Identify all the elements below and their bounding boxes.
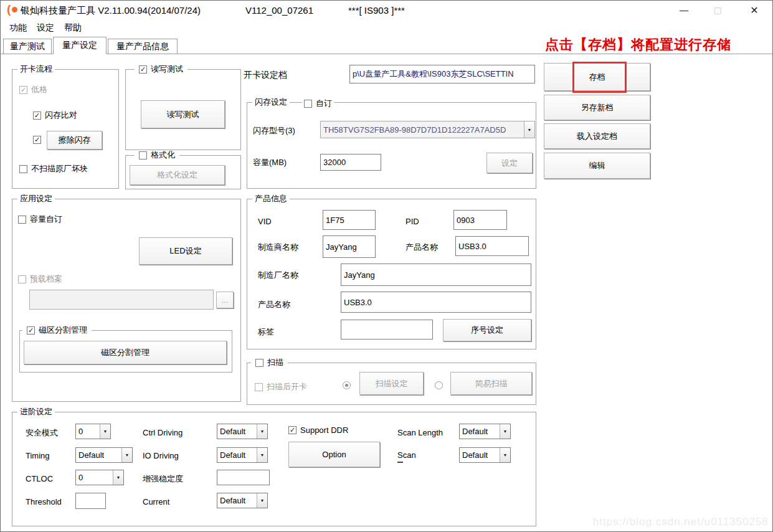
easy-scan-radio[interactable]	[435, 381, 443, 389]
flash-custom-checkbox[interactable]: 自订	[302, 98, 334, 109]
preload-file-checkbox[interactable]: 预载档案	[18, 273, 62, 285]
capacity-custom-checkbox[interactable]: 容量自订	[18, 214, 62, 225]
scan-select[interactable]: Default ▼	[459, 447, 511, 463]
capacity-custom-label: 容量自订	[30, 214, 62, 225]
load-settings-button[interactable]: 载入设定档	[544, 123, 650, 149]
chevron-down-icon[interactable]: ▼	[500, 448, 510, 462]
scan-checkbox[interactable]: 扫描	[254, 358, 285, 368]
format-settings-button[interactable]: 格式化设定	[130, 165, 225, 185]
rw-test-group-title: 读写测试	[151, 64, 183, 74]
safe-mode-label: 安全模式	[26, 428, 58, 438]
checkbox-box	[18, 275, 26, 283]
tab-production-settings[interactable]: 量产设定	[53, 37, 107, 54]
check-icon: ✓	[33, 112, 41, 120]
factory-name-input[interactable]: JayYang	[341, 264, 531, 286]
checkbox-box	[255, 383, 263, 391]
scan-length-select[interactable]: Default ▼	[459, 424, 511, 439]
title-bar: ( 银灿科技量产工具 V2.11.00.94(2014/07/24) V112_…	[1, 1, 772, 19]
timing-label: Timing	[26, 451, 50, 461]
flash-compare-label: 闪存比对	[45, 110, 77, 121]
tab-product-info[interactable]: 量产产品信息	[108, 39, 178, 54]
scan-length-label: Scan Length	[397, 428, 443, 438]
preload-file-label: 预载档案	[30, 273, 62, 285]
ctloc-label: CTLOC	[26, 474, 53, 484]
chevron-down-icon[interactable]: ▼	[100, 424, 110, 439]
preload-path-input[interactable]	[29, 290, 214, 310]
easy-scan-button[interactable]: 简易扫描	[450, 372, 532, 395]
format-checkbox[interactable]: 格式化	[137, 150, 177, 160]
tab-production-test[interactable]: 量产测试	[3, 39, 52, 54]
menu-item-help[interactable]: 帮助	[60, 21, 85, 35]
pid-input[interactable]: 0903	[453, 210, 507, 230]
option-button[interactable]: Option	[288, 442, 380, 467]
partition-checkbox[interactable]: ✓ 磁区分割管理	[25, 325, 89, 335]
app-window: ( 银灿科技量产工具 V2.11.00.94(2014/07/24) V112_…	[0, 0, 773, 532]
support-ddr-checkbox[interactable]: ✓ Support DDR	[288, 425, 348, 435]
chevron-down-icon[interactable]: ▼	[257, 448, 267, 462]
current-select[interactable]: Default ▼	[217, 493, 268, 508]
partition-manage-button[interactable]: 磁区分割管理	[24, 341, 227, 364]
window-title: 银灿科技量产工具 V2.11.00.94(2014/07/24)	[21, 5, 201, 17]
flash-settings-group-title: 闪存设定	[252, 97, 290, 107]
tag-input[interactable]	[341, 320, 433, 340]
card-flow-group-title: 开卡流程	[17, 64, 55, 74]
settings-file-label: 开卡设定档	[244, 70, 287, 80]
stability-label: 增强稳定度	[143, 474, 183, 484]
led-settings-button[interactable]: LED设定	[139, 237, 232, 265]
product-name-label: 产品名称	[405, 242, 438, 252]
ctrl-driving-select[interactable]: Default ▼	[217, 424, 268, 439]
save-as-button[interactable]: 另存新档	[544, 95, 650, 120]
settings-file-path-input[interactable]: p\U盘量产工具&教程\IS903东芝SLC\SETTIN	[349, 65, 535, 83]
edit-button[interactable]: 编辑	[544, 153, 650, 179]
chevron-down-icon[interactable]: ▼	[257, 493, 267, 508]
product-name2-input[interactable]: USB3.0	[341, 292, 531, 313]
chevron-down-icon[interactable]: ▼	[121, 448, 132, 462]
stability-input[interactable]	[217, 470, 270, 485]
chevron-down-icon[interactable]: ▼	[257, 424, 267, 439]
rw-test-button[interactable]: 读写测试	[141, 100, 225, 128]
low-format-checkbox[interactable]: ✓ 低格	[19, 84, 47, 95]
open-after-scan-checkbox[interactable]: 扫描后开卡	[255, 381, 307, 392]
flash-model-select[interactable]: TH58TVG7S2FBA89-98D7D7D1D122227A7AD5D ▼	[320, 121, 535, 138]
scan-mode-radio-selected[interactable]	[343, 381, 351, 389]
scan-group-title: 扫描	[267, 358, 283, 368]
app-logo-icon: (	[7, 4, 18, 16]
ctloc-select[interactable]: 0 ▼	[75, 470, 124, 485]
checkbox-box	[255, 359, 263, 367]
checkbox-box	[19, 165, 27, 173]
io-driving-select[interactable]: Default ▼	[217, 447, 268, 463]
chevron-down-icon[interactable]: ▼	[113, 470, 123, 485]
timing-select[interactable]: Default ▼	[75, 447, 133, 463]
maximize-button[interactable]: ▢	[703, 1, 732, 19]
threshold-label: Threshold	[26, 497, 62, 507]
chevron-down-icon[interactable]: ▼	[524, 121, 534, 138]
vid-input[interactable]: 1F75	[323, 210, 376, 230]
flash-compare-checkbox[interactable]: ✓ 闪存比对	[33, 110, 77, 121]
threshold-input[interactable]	[75, 493, 106, 509]
no-scan-bad-blocks-checkbox[interactable]: 不扫描原厂坏块	[19, 163, 88, 174]
tag-label: 标签	[258, 327, 274, 337]
menu-item-function[interactable]: 功能	[6, 21, 31, 35]
check-icon: ✓	[139, 65, 147, 74]
ctrl-driving-label: Ctrl Driving	[143, 428, 183, 438]
io-driving-label: IO Driving	[143, 451, 179, 461]
erase-flash-checkbox[interactable]: ✓	[33, 136, 41, 144]
browse-button[interactable]: ...	[216, 292, 234, 308]
capacity-input[interactable]: 32000	[320, 154, 381, 171]
close-button[interactable]: ✕	[740, 1, 769, 19]
erase-flash-button[interactable]: 擦除闪存	[47, 131, 102, 150]
product-name-input[interactable]: USB3.0	[455, 236, 529, 256]
safe-mode-select[interactable]: 0 ▼	[75, 424, 111, 439]
minimize-button[interactable]: —	[670, 1, 698, 19]
vendor-name-input[interactable]: JayYang	[323, 235, 376, 258]
serial-settings-button[interactable]: 序号设定	[443, 319, 531, 341]
rw-test-checkbox[interactable]: ✓ 读写测试	[137, 64, 185, 74]
scan-settings-button[interactable]: 扫描设定	[359, 372, 424, 395]
capacity-set-button[interactable]: 设定	[486, 153, 533, 173]
chevron-down-icon[interactable]: ▼	[500, 424, 510, 439]
menu-item-settings[interactable]: 设定	[33, 21, 58, 35]
check-icon: ✓	[27, 326, 35, 335]
save-button[interactable]: 存档	[544, 63, 650, 91]
vid-label: VID	[258, 217, 272, 227]
partition-group-title: 磁区分割管理	[39, 325, 87, 335]
